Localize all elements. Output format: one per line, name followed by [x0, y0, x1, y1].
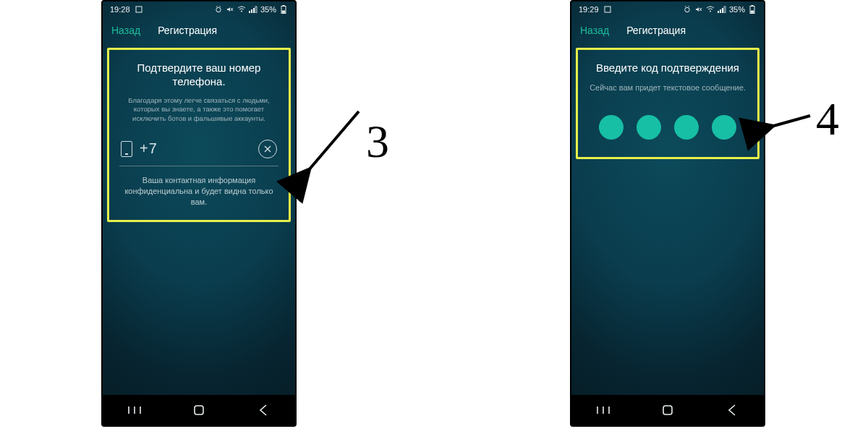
android-nav-bar	[571, 395, 764, 425]
battery-percent: 35%	[260, 5, 276, 14]
home-button[interactable]	[646, 403, 689, 417]
app-header: Назад Регистрация	[571, 17, 764, 43]
svg-rect-10	[255, 7, 257, 13]
svg-line-22	[685, 7, 686, 7]
svg-line-39	[771, 116, 810, 127]
mute-icon	[226, 5, 234, 14]
svg-rect-30	[724, 7, 726, 13]
svg-rect-12	[283, 5, 285, 7]
code-dot-2[interactable]	[637, 115, 661, 140]
page-title: Регистрация	[626, 25, 686, 36]
svg-point-26	[710, 11, 711, 12]
svg-rect-7	[249, 11, 250, 13]
wifi-icon	[706, 5, 715, 14]
alarm-icon	[214, 5, 223, 14]
back-button[interactable]: Назад	[580, 25, 609, 36]
code-input-dots[interactable]	[588, 115, 747, 140]
app-header: Назад Регистрация	[103, 17, 295, 43]
screenshot-icon	[603, 5, 612, 14]
phone-device-icon	[121, 141, 132, 157]
code-dot-3[interactable]	[674, 115, 699, 140]
phone-screenshot-step4: 19:29 35% Назад Регистраци	[570, 0, 765, 427]
step-callout-4: 4	[765, 94, 839, 145]
svg-rect-9	[253, 8, 255, 13]
status-time: 19:28	[110, 5, 130, 14]
highlighted-card-confirm-number: Подтвердите ваш номер телефона. Благодар…	[107, 48, 291, 222]
svg-rect-20	[605, 7, 610, 12]
code-dot-4[interactable]	[712, 115, 736, 140]
status-bar: 19:29 35%	[571, 1, 764, 17]
signal-icon	[718, 5, 726, 14]
card-subtitle: Благодаря этому легче связаться с людьми…	[119, 96, 278, 124]
step-number: 4	[816, 96, 839, 142]
highlighted-card-enter-code: Введите код подтверждения Сейчас вам при…	[576, 48, 760, 159]
back-nav-button[interactable]	[242, 404, 285, 417]
back-nav-button[interactable]	[710, 404, 754, 417]
phone-input-row[interactable]: +7	[119, 137, 278, 166]
step-callout-3: 3	[301, 98, 389, 185]
battery-icon	[748, 5, 757, 14]
back-button[interactable]: Назад	[111, 25, 140, 36]
recents-button[interactable]	[582, 405, 625, 415]
home-button[interactable]	[177, 403, 221, 417]
svg-line-3	[219, 7, 221, 7]
svg-line-38	[308, 111, 359, 171]
svg-rect-8	[251, 9, 252, 13]
svg-rect-27	[718, 11, 719, 13]
svg-point-21	[685, 7, 689, 12]
arrow-icon	[301, 98, 366, 185]
arrow-icon	[765, 94, 816, 145]
svg-rect-0	[136, 7, 142, 12]
card-footnote: Ваша контактная информация конфиденциаль…	[119, 175, 278, 208]
status-bar: 19:28 35%	[103, 1, 295, 17]
alarm-icon	[683, 5, 692, 14]
step-number: 3	[366, 119, 389, 165]
battery-percent: 35%	[729, 5, 745, 14]
mute-icon	[694, 5, 703, 14]
code-dot-1[interactable]	[599, 115, 624, 140]
svg-rect-37	[663, 406, 672, 414]
status-time: 19:29	[579, 5, 599, 14]
android-nav-bar	[103, 395, 295, 425]
svg-point-6	[241, 11, 242, 12]
svg-line-2	[216, 7, 218, 7]
svg-rect-33	[751, 11, 754, 13]
phone-prefix: +7	[140, 140, 158, 157]
card-title: Введите код подтверждения	[588, 61, 747, 75]
recents-button[interactable]	[113, 405, 156, 415]
svg-rect-19	[195, 406, 203, 414]
wifi-icon	[237, 5, 246, 14]
svg-rect-32	[752, 5, 754, 7]
card-subtitle: Сейчас вам придет текстовое сообщение.	[588, 82, 747, 93]
phone-screenshot-step3: 19:28 35% Назад Регистраци	[101, 0, 297, 427]
screenshot-icon	[135, 5, 143, 14]
page-title: Регистрация	[158, 25, 217, 36]
battery-icon	[279, 5, 288, 14]
svg-rect-29	[722, 8, 723, 13]
svg-rect-13	[282, 11, 286, 13]
card-title: Подтвердите ваш номер телефона.	[119, 61, 278, 89]
clear-icon[interactable]	[258, 140, 277, 158]
svg-rect-28	[720, 9, 721, 13]
svg-line-23	[688, 7, 689, 7]
signal-icon	[249, 5, 258, 14]
svg-point-1	[216, 7, 221, 12]
